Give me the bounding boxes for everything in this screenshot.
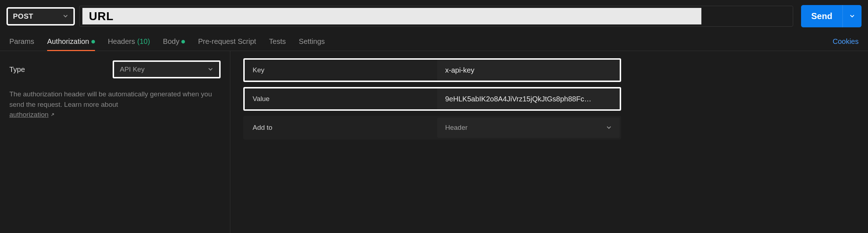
add-to-label: Add to xyxy=(245,124,437,132)
external-link-icon xyxy=(50,112,55,117)
tab-tests-label: Tests xyxy=(269,37,286,46)
tab-body-label: Body xyxy=(163,37,180,46)
tab-headers-count: (10) xyxy=(137,37,150,46)
tab-pre-request[interactable]: Pre-request Script xyxy=(198,32,256,51)
tab-authorization-label: Authorization xyxy=(47,37,89,46)
api-value-label: Value xyxy=(245,95,437,103)
tab-body[interactable]: Body xyxy=(163,32,185,51)
chevron-down-icon xyxy=(606,125,612,131)
tab-headers-label: Headers xyxy=(108,37,135,46)
tab-pre-request-label: Pre-request Script xyxy=(198,37,256,46)
auth-type-label: Type xyxy=(9,65,25,74)
cookies-link[interactable]: Cookies xyxy=(833,37,859,46)
auth-help-text-1: The authorization header will be automat… xyxy=(9,90,212,108)
auth-right-panel: Key x-api-key Value 9eHLK5abIK2o8A4JiVrz… xyxy=(230,51,868,233)
add-to-value: Header xyxy=(445,124,467,132)
auth-content: Type API Key The authorization header wi… xyxy=(0,51,868,233)
auth-link-text: authorization xyxy=(9,110,49,120)
tab-settings-label: Settings xyxy=(299,37,325,46)
auth-left-panel: Type API Key The authorization header wi… xyxy=(0,51,230,233)
api-key-input[interactable]: x-api-key xyxy=(437,60,620,81)
send-dropdown-chevron[interactable] xyxy=(842,5,862,27)
chevron-down-icon xyxy=(208,67,213,72)
auth-type-dropdown[interactable]: API Key xyxy=(113,60,221,78)
tab-tests[interactable]: Tests xyxy=(269,32,286,51)
status-dot-icon xyxy=(181,40,185,44)
send-button-label: Send xyxy=(801,5,842,27)
add-to-dropdown[interactable]: Header xyxy=(437,118,620,138)
tab-authorization[interactable]: Authorization xyxy=(47,32,95,51)
auth-help-text: The authorization header will be automat… xyxy=(9,89,221,120)
http-method-dropdown[interactable]: POST xyxy=(6,7,75,26)
url-input[interactable]: URL xyxy=(82,8,701,24)
send-button[interactable]: Send xyxy=(801,5,862,27)
auth-type-value: API Key xyxy=(120,65,145,73)
tab-settings[interactable]: Settings xyxy=(299,32,325,51)
api-value-input[interactable]: 9eHLK5abIK2o8A4JiVrz15jQkJtGs8ph88Fc… xyxy=(437,88,620,109)
auth-type-row: Type API Key xyxy=(9,60,221,78)
authorization-docs-link[interactable]: authorization xyxy=(9,110,55,120)
url-input-wrapper: URL xyxy=(79,6,793,27)
request-tabs: Params Authorization Headers (10) Body P… xyxy=(0,32,868,51)
request-bar: POST URL Send xyxy=(0,0,868,32)
chevron-down-icon xyxy=(63,13,68,19)
tab-params-label: Params xyxy=(9,37,34,46)
tab-params[interactable]: Params xyxy=(9,32,34,51)
api-value-row: Value 9eHLK5abIK2o8A4JiVrz15jQkJtGs8ph88… xyxy=(243,87,621,111)
api-key-label: Key xyxy=(245,66,437,74)
tab-headers[interactable]: Headers (10) xyxy=(108,32,150,51)
add-to-row: Add to Header xyxy=(243,116,621,140)
http-method-label: POST xyxy=(13,12,33,20)
status-dot-icon xyxy=(91,40,95,44)
api-key-row: Key x-api-key xyxy=(243,58,621,82)
